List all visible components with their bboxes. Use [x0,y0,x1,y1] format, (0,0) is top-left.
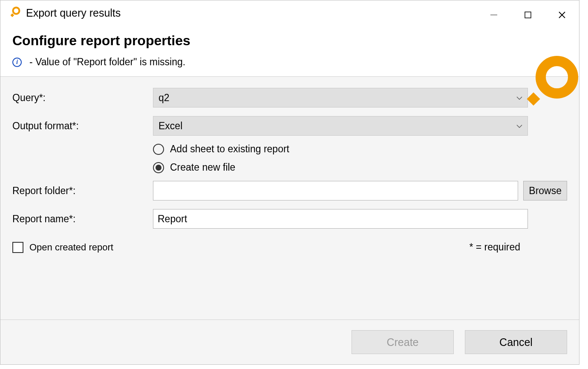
radio-new-label: Create new file [170,162,235,173]
maximize-button[interactable] [511,6,545,23]
report-name-row: Report name*: [12,209,567,229]
close-button[interactable] [545,6,579,23]
radio-add-label: Add sheet to existing report [170,143,289,155]
bottom-row: Open created report * = required [12,241,567,253]
report-folder-label: Report folder*: [12,185,153,197]
radio-dot-icon [156,165,161,171]
query-value: q2 [159,92,170,104]
browse-button[interactable]: Browse [523,181,567,200]
report-name-input[interactable] [153,209,528,229]
radio-group: Add sheet to existing report Create new … [153,143,567,173]
report-name-label: Report name*: [12,213,153,225]
chevron-down-icon [516,122,522,129]
required-note: * = required [469,241,520,253]
brand-logo [524,55,579,113]
maximize-icon [524,11,532,19]
radio-circle-icon [153,162,164,173]
svg-rect-3 [525,12,531,18]
svg-rect-7 [527,92,540,105]
svg-point-6 [541,61,573,93]
open-created-checkbox[interactable]: Open created report [12,242,113,253]
chevron-down-icon [516,94,522,101]
dialog-window: Export query results Configure report p [0,0,579,365]
cancel-button[interactable]: Cancel [465,330,567,354]
close-icon [558,11,566,19]
window-title: Export query results [26,7,477,19]
checkbox-box-icon [12,242,23,253]
query-label: Query*: [12,92,153,104]
minimize-button[interactable] [477,6,511,23]
header-area: Configure report properties i - Value of… [0,25,579,76]
open-created-label: Open created report [29,242,113,253]
window-controls [477,4,579,22]
query-row: Query*: q2 [12,88,567,108]
output-format-label: Output format*: [12,120,153,132]
report-folder-row: Report folder*: Browse [12,181,567,200]
output-format-value: Excel [159,120,182,132]
minimize-icon [490,11,498,19]
radio-add-sheet[interactable]: Add sheet to existing report [153,143,567,155]
output-format-combo[interactable]: Excel [153,116,528,136]
footer: Create Cancel [0,320,579,364]
info-row: i - Value of "Report folder" is missing. [12,56,567,68]
output-format-row: Output format*: Excel [12,116,567,136]
titlebar: Export query results [0,0,579,25]
radio-circle-icon [153,144,164,155]
create-button[interactable]: Create [352,330,454,354]
info-icon: i [12,58,22,67]
form-area: Query*: q2 Output format*: Excel Add she… [0,77,579,320]
page-title: Configure report properties [12,33,567,49]
radio-create-new[interactable]: Create new file [153,162,567,173]
svg-rect-1 [11,13,14,17]
svg-point-0 [13,8,19,14]
query-combo[interactable]: q2 [153,88,528,108]
report-folder-input[interactable] [153,181,518,200]
app-icon [10,6,22,20]
info-message: - Value of "Report folder" is missing. [29,56,185,68]
